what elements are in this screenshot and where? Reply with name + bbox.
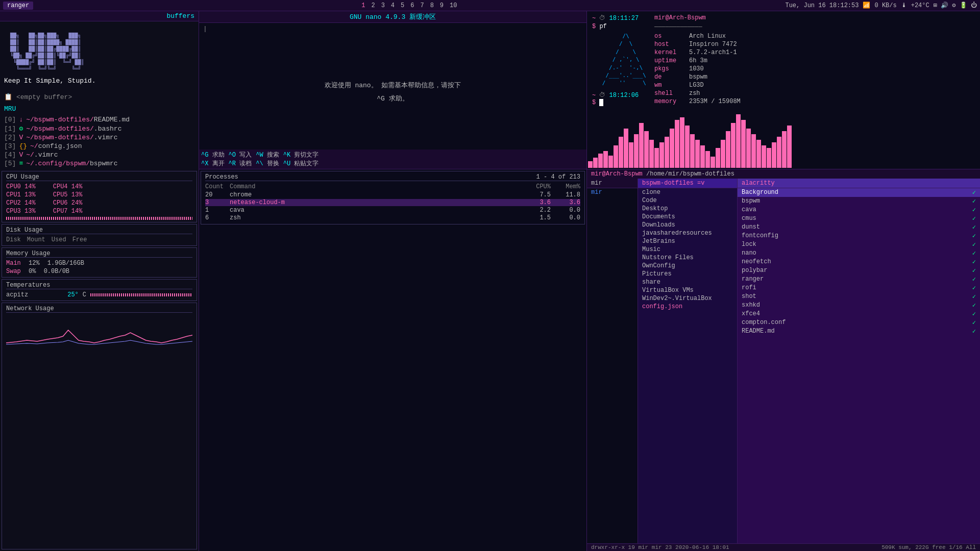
disk-cols-header: Disk Mount Used Free	[6, 236, 192, 243]
ranger-file-jetbrains[interactable]: JetBrains	[638, 237, 737, 245]
terminal-cmd-2: $	[592, 99, 646, 106]
ranger-file-documents[interactable]: Documents	[638, 213, 737, 221]
vim-buffers-panel: buffers ██╗ ██╗██╗███╗ ███╗ ██║ ██║██║██…	[0, 11, 199, 169]
ranger-right-readme[interactable]: README.md ✓	[738, 327, 980, 336]
ws-5[interactable]: 5	[399, 2, 406, 9]
mru-item-3[interactable]: [3] {} ~/config.json	[4, 142, 194, 150]
ranger-home-mir[interactable]: mir	[587, 188, 638, 196]
ranger-file-virtualbox[interactable]: VirtualBox VMs	[638, 286, 737, 294]
mru-item-0[interactable]: [0] ↓ ~/bspwm-dotfiles/README.md	[4, 116, 194, 123]
ranger-right-compton[interactable]: compton.conf ✓	[738, 318, 980, 327]
ranger-file-share[interactable]: share	[638, 278, 737, 286]
vim-content: ██╗ ██╗██╗███╗ ███╗ ██║ ██║██║████╗ ████…	[0, 21, 199, 169]
proc-3-count: 6	[205, 214, 226, 221]
proc-row-1: 3 netease-cloud-m 3.6 3.6	[205, 199, 580, 206]
ranger-right-lock[interactable]: lock ✓	[738, 240, 980, 249]
ranger-right-xfce4[interactable]: xfce4 ✓	[738, 310, 980, 318]
ranger-right-neofetch[interactable]: neofetch ✓	[738, 258, 980, 266]
proc-0-count: 20	[205, 191, 226, 198]
viz-bar-36	[772, 142, 776, 168]
ranger-file-clone[interactable]: clone	[638, 188, 737, 196]
mru-num-2: [2]	[4, 134, 16, 141]
network-chart	[6, 315, 192, 345]
nf-uptime-key: uptime	[654, 57, 685, 64]
memory-panel: Memory Usage Main 12% 1.9GB/16GB Swap 0%…	[2, 247, 197, 278]
ranger-file-config[interactable]: config.json	[638, 303, 737, 311]
ranger-right-readme-name: README.md	[742, 328, 775, 335]
disk-col-used: Used	[52, 236, 66, 243]
ws-9[interactable]: 9	[438, 2, 445, 9]
ranger-right-neofetch-name: neofetch	[742, 258, 771, 266]
disk-col-disk: Disk	[6, 236, 21, 243]
ranger-file-desktop[interactable]: Desktop	[638, 205, 737, 213]
ranger-right-fontconfig[interactable]: fontconfig ✓	[738, 232, 980, 240]
nf-kernel-val: 5.7.2-arch1-1	[689, 49, 737, 56]
proc-row-0: 20 chrome 7.5 11.8	[205, 191, 580, 198]
datetime-display: Tue, Jun 16 18:12:53	[785, 2, 859, 9]
ranger-right-fontconfig-name: fontconfig	[742, 232, 778, 240]
net-speed: 0 KB/s	[874, 2, 896, 9]
mru-icon-1: ⚙	[19, 124, 23, 133]
ranger-right-cava[interactable]: cava ✓	[738, 206, 980, 214]
ranger-right-dunst[interactable]: dunst ✓	[738, 223, 980, 232]
ranger-bspwm-col: clone Code Desktop Documents Downloads j…	[638, 188, 738, 543]
ws-2[interactable]: 2	[370, 2, 376, 9]
ranger-right-bspwm[interactable]: bspwm ✓	[738, 197, 980, 206]
proc-col-headers: Count Command CPU% Mem%	[205, 183, 580, 190]
active-app-tag[interactable]: ranger	[3, 2, 33, 10]
ranger-right-polybar[interactable]: polybar ✓	[738, 266, 980, 275]
temp-val: 25°	[67, 291, 79, 298]
ranger-right-shot[interactable]: shot ✓	[738, 292, 980, 301]
nf-wm-val: LG3D	[689, 82, 704, 89]
ws-8[interactable]: 8	[429, 2, 435, 9]
disk-col-mount: Mount	[27, 236, 45, 243]
nano-welcome-line1: 欢迎使用 nano。 如需基本帮助信息，请按下	[325, 79, 461, 92]
ranger-file-windev[interactable]: WinDev2~.VirtualBox	[638, 294, 737, 303]
ranger-file-ownconfig[interactable]: OwnConfig	[638, 262, 737, 270]
ws-10[interactable]: 10	[448, 2, 458, 9]
ws-7[interactable]: 7	[419, 2, 425, 9]
nf-host-val: Inspiron 7472	[689, 41, 737, 48]
ranger-right-sxhkd[interactable]: sxhkd ✓	[738, 301, 980, 310]
nf-host-key: host	[654, 41, 685, 48]
swap-used: 0.0B/0B	[44, 268, 69, 275]
mru-path-3: ~/config.json	[30, 142, 82, 150]
ranger-right-ranger[interactable]: ranger ✓	[738, 275, 980, 284]
topbar-left: ranger	[3, 2, 33, 10]
mru-item-1[interactable]: [1] ⚙ ~/bspwm-dotfiles/.bashrc	[4, 124, 194, 133]
viz-bar-2	[598, 154, 603, 168]
ws-3[interactable]: 3	[380, 2, 386, 9]
fontconfig-check-icon: ✓	[972, 232, 976, 240]
nf-os-val: Arch Linux	[689, 33, 726, 40]
mru-item-5[interactable]: [5] ≡ ~/.config/bspwm/bspwmrc	[4, 160, 194, 167]
ws-4[interactable]: 4	[389, 2, 396, 9]
cpu2-label: CPU2 14%	[6, 199, 52, 207]
nf-uptime-row: uptime 6h 3m	[654, 57, 975, 64]
ranger-file-code[interactable]: Code	[638, 196, 737, 205]
viz-bar-6	[619, 137, 623, 168]
nf-pkgs-key: pkgs	[654, 65, 685, 72]
empty-buffer-label: <empty buffer>	[16, 93, 72, 101]
ranger-right-cmus[interactable]: cmus ✓	[738, 214, 980, 223]
nf-host-row: host Inspiron 7472	[654, 41, 975, 48]
viz-bar-39	[787, 126, 792, 168]
mru-icon-2: V	[19, 134, 23, 141]
viz-bar-17	[675, 120, 679, 168]
ranger-right-nano[interactable]: nano ✓	[738, 249, 980, 258]
mru-item-2[interactable]: [2] V ~/bspwm-dotfiles/.vimrc	[4, 134, 194, 141]
ranger-right-nano-name: nano	[742, 249, 756, 257]
ranger-file-pictures[interactable]: Pictures	[638, 270, 737, 278]
mru-item-4[interactable]: [4] V ~/.vimrc	[4, 151, 194, 159]
ws-6[interactable]: 6	[409, 2, 415, 9]
ranger-right-rofi[interactable]: rofi ✓	[738, 284, 980, 292]
proc-row-2: 1 cava 2.2 0.0	[205, 207, 580, 214]
ranger-right-background[interactable]: Background ✓	[738, 188, 980, 197]
ws-1[interactable]: 1	[360, 2, 366, 9]
ranger-file-downloads[interactable]: Downloads	[638, 221, 737, 229]
viz-bar-10	[639, 123, 644, 168]
ranger-file-java[interactable]: javasharedresources	[638, 229, 737, 237]
ranger-file-nutstore[interactable]: Nutstore Files	[638, 254, 737, 262]
viz-bar-5	[614, 145, 618, 168]
ranger-file-music[interactable]: Music	[638, 245, 737, 254]
viz-bar-11	[644, 131, 649, 168]
